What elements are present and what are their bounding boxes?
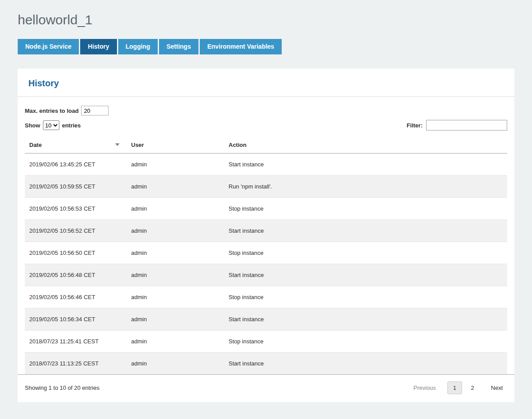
pagination-page-2-button[interactable]: 2 — [466, 382, 479, 394]
cell-action: Start instance — [224, 220, 507, 242]
table-row: 2019/02/05 10:56:46 CET admin Stop insta… — [25, 286, 507, 308]
cell-date: 2019/02/05 10:56:34 CET — [25, 308, 127, 331]
tab-environment-variables[interactable]: Environment Variables — [200, 39, 282, 54]
tab-bar: Node.js Service History Logging Settings… — [18, 39, 514, 54]
max-entries-label: Max. entries to load — [25, 108, 78, 114]
panel-heading: History — [28, 78, 504, 88]
cell-user: admin — [127, 331, 224, 353]
cell-user: admin — [127, 198, 224, 220]
table-controls-row: Show 10 entries Filter: — [25, 120, 507, 131]
cell-date: 2019/02/05 10:56:48 CET — [25, 264, 127, 286]
showing-summary: Showing 1 to 10 of 20 entries — [25, 384, 99, 391]
pagination: Previous 1 2 Next — [409, 381, 507, 394]
table-row: 2019/02/05 10:56:52 CET admin Start inst… — [25, 220, 507, 242]
pagination-next-button[interactable]: Next — [486, 382, 507, 394]
table-row: 2019/02/05 10:56:34 CET admin Start inst… — [25, 308, 507, 331]
entries-label: entries — [62, 122, 81, 129]
sort-desc-icon — [115, 143, 120, 146]
column-header-action-label: Action — [229, 142, 246, 148]
filter-control: Filter: — [407, 120, 507, 131]
cell-user: admin — [127, 353, 224, 375]
max-entries-input[interactable] — [81, 106, 109, 115]
panel-heading-section: History — [18, 69, 514, 97]
table-row: 2019/02/05 10:59:55 CET admin Run 'npm i… — [25, 176, 507, 198]
tab-history[interactable]: History — [80, 39, 116, 54]
cell-action: Stop instance — [224, 286, 507, 308]
filter-label: Filter: — [407, 122, 423, 129]
history-table: Date User Action 2019/02/06 13:45:25 CET… — [25, 137, 507, 374]
table-header-row: Date User Action — [25, 137, 507, 154]
cell-user: admin — [127, 308, 224, 331]
cell-action: Stop instance — [224, 242, 507, 264]
table-row: 2019/02/05 10:56:53 CET admin Stop insta… — [25, 198, 507, 220]
tab-logging[interactable]: Logging — [118, 39, 158, 54]
cell-action: Start instance — [224, 308, 507, 331]
table-footer: Showing 1 to 10 of 20 entries Previous 1… — [18, 374, 514, 402]
max-entries-row: Max. entries to load — [25, 106, 507, 115]
tab-nodejs-service[interactable]: Node.js Service — [18, 39, 79, 54]
cell-date: 2019/02/05 10:56:50 CET — [25, 242, 127, 264]
show-entries-control: Show 10 entries — [25, 120, 81, 130]
cell-action: Run 'npm install'. — [224, 176, 507, 198]
cell-action: Start instance — [224, 353, 507, 375]
table-row: 2018/07/23 11:13:25 CEST admin Start ins… — [25, 353, 507, 375]
table-row: 2019/02/05 10:56:48 CET admin Start inst… — [25, 264, 507, 286]
cell-date: 2019/02/05 10:56:52 CET — [25, 220, 127, 242]
cell-user: admin — [127, 176, 224, 198]
cell-user: admin — [127, 264, 224, 286]
tab-settings[interactable]: Settings — [159, 39, 198, 54]
page: helloworld_1 Node.js Service History Log… — [0, 0, 532, 419]
cell-user: admin — [127, 220, 224, 242]
filter-input[interactable] — [426, 120, 507, 131]
cell-action: Start instance — [224, 264, 507, 286]
cell-user: admin — [127, 154, 224, 176]
cell-user: admin — [127, 286, 224, 308]
page-length-select[interactable]: 10 — [43, 120, 59, 130]
table-row: 2019/02/06 13:45:25 CET admin Start inst… — [25, 154, 507, 176]
panel-body: Max. entries to load Show 10 entries Fil… — [18, 97, 514, 374]
show-label: Show — [25, 122, 40, 129]
pagination-previous-button[interactable]: Previous — [409, 382, 440, 394]
column-header-date-label: Date — [29, 142, 42, 148]
column-header-user-label: User — [131, 142, 144, 148]
column-header-date[interactable]: Date — [25, 137, 127, 154]
table-row: 2018/07/23 11:25:41 CEST admin Stop inst… — [25, 331, 507, 353]
column-header-user[interactable]: User — [127, 137, 224, 154]
cell-date: 2018/07/23 11:25:41 CEST — [25, 331, 127, 353]
cell-action: Stop instance — [224, 198, 507, 220]
cell-date: 2019/02/05 10:56:53 CET — [25, 198, 127, 220]
cell-date: 2018/07/23 11:13:25 CEST — [25, 353, 127, 375]
cell-action: Stop instance — [224, 331, 507, 353]
page-title: helloworld_1 — [18, 12, 514, 27]
cell-date: 2019/02/06 13:45:25 CET — [25, 154, 127, 176]
cell-date: 2019/02/05 10:59:55 CET — [25, 176, 127, 198]
cell-user: admin — [127, 242, 224, 264]
pagination-page-1-button[interactable]: 1 — [447, 381, 462, 394]
history-panel: History Max. entries to load Show 10 ent… — [18, 69, 514, 402]
cell-date: 2019/02/05 10:56:46 CET — [25, 286, 127, 308]
column-header-action[interactable]: Action — [224, 137, 507, 154]
table-row: 2019/02/05 10:56:50 CET admin Stop insta… — [25, 242, 507, 264]
cell-action: Start instance — [224, 154, 507, 176]
